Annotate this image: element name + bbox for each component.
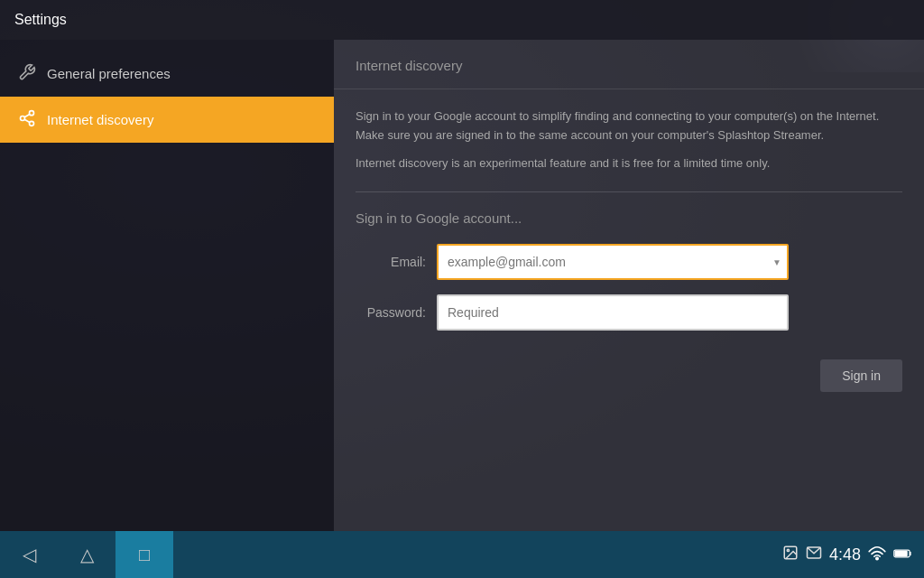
sign-in-button[interactable]: Sign in bbox=[820, 359, 902, 392]
svg-rect-10 bbox=[895, 550, 908, 555]
svg-point-8 bbox=[876, 557, 878, 559]
experimental-text: Internet discovery is an experimental fe… bbox=[356, 156, 902, 170]
topbar: Settings bbox=[0, 0, 924, 40]
home-icon: △ bbox=[80, 544, 94, 565]
sidebar: General preferences Internet discovery bbox=[0, 40, 334, 531]
content-header-title: Internet discovery bbox=[356, 58, 462, 73]
svg-point-0 bbox=[30, 111, 34, 116]
email-label: Email: bbox=[356, 255, 437, 269]
home-button[interactable]: △ bbox=[58, 531, 116, 578]
topbar-title: Settings bbox=[14, 12, 67, 28]
divider bbox=[356, 191, 902, 192]
gallery-icon bbox=[782, 545, 799, 564]
back-icon: ◁ bbox=[23, 544, 36, 565]
sidebar-item-label-discovery: Internet discovery bbox=[47, 112, 153, 127]
wifi-icon bbox=[868, 546, 886, 564]
sidebar-item-label-general: General preferences bbox=[47, 66, 171, 81]
recents-button[interactable]: □ bbox=[116, 531, 173, 578]
form-actions: Sign in bbox=[356, 352, 902, 392]
content-panel: Internet discovery Sign in to your Googl… bbox=[334, 40, 924, 531]
main-content: General preferences Internet discovery I… bbox=[0, 40, 924, 531]
content-body: Sign in to your Google account to simpli… bbox=[334, 89, 924, 410]
email-form-row: Email: bbox=[356, 244, 902, 280]
share-icon bbox=[18, 109, 36, 130]
svg-point-1 bbox=[21, 117, 25, 121]
battery-icon bbox=[893, 547, 913, 563]
password-label: Password: bbox=[356, 305, 437, 320]
status-time: 4:48 bbox=[829, 545, 861, 564]
svg-point-6 bbox=[787, 549, 789, 551]
wrench-icon bbox=[18, 63, 36, 84]
status-bar: 4:48 bbox=[782, 545, 924, 564]
sign-in-title: Sign in to Google account... bbox=[356, 210, 902, 226]
content-header: Internet discovery bbox=[334, 40, 924, 89]
svg-line-3 bbox=[24, 119, 30, 122]
recents-icon: □ bbox=[139, 545, 150, 565]
navbar: ◁ △ □ 4:48 bbox=[0, 531, 924, 578]
svg-point-2 bbox=[30, 121, 34, 126]
svg-line-4 bbox=[24, 114, 30, 117]
password-form-row: Password: bbox=[356, 294, 902, 331]
description-text: Sign in to your Google account to simpli… bbox=[356, 107, 902, 145]
sidebar-item-general-preferences[interactable]: General preferences bbox=[0, 51, 334, 97]
sidebar-item-internet-discovery[interactable]: Internet discovery bbox=[0, 97, 334, 143]
password-field[interactable] bbox=[437, 294, 789, 331]
email-field[interactable] bbox=[437, 244, 789, 280]
mail-icon bbox=[806, 545, 822, 564]
back-button[interactable]: ◁ bbox=[0, 531, 58, 578]
